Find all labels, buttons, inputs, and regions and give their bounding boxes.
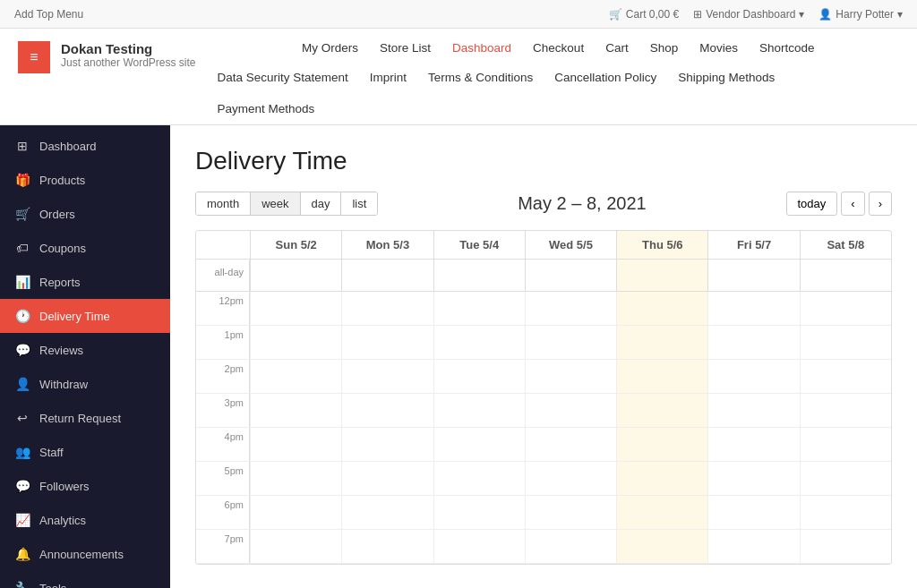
sidebar-item-delivery-time[interactable]: 🕐 Delivery Time: [0, 299, 170, 333]
list-view-btn[interactable]: list: [341, 192, 377, 215]
nav-data-security[interactable]: Data Security Statement: [218, 71, 348, 84]
nav-cart[interactable]: Cart: [605, 41, 629, 55]
cell-7pm-wed[interactable]: [525, 530, 616, 563]
next-button[interactable]: ›: [869, 192, 892, 216]
cell-5pm-thu[interactable]: [616, 462, 707, 495]
cell-7pm-sat[interactable]: [800, 530, 891, 563]
cell-7pm-tue[interactable]: [433, 530, 525, 563]
sidebar-item-orders[interactable]: 🛒 Orders: [0, 197, 170, 231]
nav-cancellation[interactable]: Cancellation Policy: [554, 71, 656, 84]
sidebar-item-reports[interactable]: 📊 Reports: [0, 265, 170, 299]
nav-movies[interactable]: Movies: [699, 41, 738, 55]
cell-12pm-thu[interactable]: [616, 292, 707, 325]
cell-4pm-thu[interactable]: [616, 428, 707, 461]
cell-2pm-mon[interactable]: [341, 360, 433, 393]
cell-2pm-wed[interactable]: [525, 360, 616, 393]
cell-6pm-sun[interactable]: [250, 496, 341, 529]
sidebar-item-withdraw[interactable]: 👤 Withdraw: [0, 367, 170, 401]
cell-1pm-mon[interactable]: [341, 326, 433, 359]
nav-shop[interactable]: Shop: [650, 41, 679, 55]
cell-7pm-fri[interactable]: [707, 530, 799, 563]
cell-4pm-fri[interactable]: [707, 428, 799, 461]
nav-my-orders[interactable]: My Orders: [302, 41, 358, 55]
allday-thu[interactable]: [616, 260, 707, 291]
sidebar-item-coupons[interactable]: 🏷 Coupons: [0, 231, 170, 265]
day-view-btn[interactable]: day: [301, 192, 342, 215]
cell-5pm-wed[interactable]: [525, 462, 616, 495]
sidebar-item-products[interactable]: 🎁 Products: [0, 163, 170, 197]
cell-7pm-thu[interactable]: [616, 530, 707, 563]
cell-2pm-tue[interactable]: [433, 360, 525, 393]
cell-5pm-sat[interactable]: [800, 462, 891, 495]
sidebar-item-analytics[interactable]: 📈 Analytics: [0, 503, 170, 537]
cell-4pm-wed[interactable]: [525, 428, 616, 461]
nav-dashboard[interactable]: Dashboard: [452, 41, 511, 55]
sidebar-item-reviews[interactable]: 💬 Reviews: [0, 333, 170, 367]
cell-3pm-tue[interactable]: [433, 394, 525, 427]
cell-2pm-sat[interactable]: [800, 360, 891, 393]
cell-1pm-sun[interactable]: [250, 326, 341, 359]
nav-shipping[interactable]: Shipping Methods: [678, 71, 775, 84]
cell-12pm-tue[interactable]: [433, 292, 525, 325]
nav-store-list[interactable]: Store List: [380, 41, 431, 55]
cell-12pm-mon[interactable]: [341, 292, 433, 325]
cell-2pm-fri[interactable]: [707, 360, 799, 393]
cell-4pm-tue[interactable]: [433, 428, 525, 461]
allday-tue[interactable]: [433, 260, 525, 291]
allday-fri[interactable]: [707, 260, 799, 291]
cell-5pm-tue[interactable]: [433, 462, 525, 495]
cell-12pm-wed[interactable]: [525, 292, 616, 325]
nav-terms[interactable]: Terms & Conditions: [428, 71, 533, 84]
cell-6pm-tue[interactable]: [433, 496, 525, 529]
today-button[interactable]: today: [786, 192, 838, 216]
allday-sat[interactable]: [800, 260, 891, 291]
month-view-btn[interactable]: month: [196, 192, 251, 215]
allday-mon[interactable]: [341, 260, 433, 291]
cell-5pm-mon[interactable]: [341, 462, 433, 495]
cell-3pm-wed[interactable]: [525, 394, 616, 427]
cell-3pm-sat[interactable]: [800, 394, 891, 427]
allday-sun[interactable]: [250, 260, 341, 291]
cell-4pm-sat[interactable]: [800, 428, 891, 461]
cell-6pm-fri[interactable]: [707, 496, 799, 529]
cell-6pm-sat[interactable]: [800, 496, 891, 529]
nav-payment[interactable]: Payment Methods: [218, 102, 315, 115]
sidebar-item-dashboard[interactable]: ⊞ Dashboard: [0, 129, 170, 163]
sidebar-item-staff[interactable]: 👥 Staff: [0, 435, 170, 469]
cell-2pm-sun[interactable]: [250, 360, 341, 393]
sidebar-item-tools[interactable]: 🔧 Tools: [0, 571, 170, 588]
cell-1pm-thu[interactable]: [616, 326, 707, 359]
cell-7pm-mon[interactable]: [341, 530, 433, 563]
add-top-menu[interactable]: Add Top Menu: [14, 8, 83, 21]
nav-shortcode[interactable]: Shortcode: [759, 41, 815, 55]
cell-1pm-fri[interactable]: [707, 326, 799, 359]
cell-12pm-sun[interactable]: [250, 292, 341, 325]
allday-wed[interactable]: [525, 260, 616, 291]
week-view-btn[interactable]: week: [251, 192, 300, 215]
cell-12pm-fri[interactable]: [707, 292, 799, 325]
cell-7pm-sun[interactable]: [250, 530, 341, 563]
cell-6pm-thu[interactable]: [616, 496, 707, 529]
cell-4pm-sun[interactable]: [250, 428, 341, 461]
cell-3pm-sun[interactable]: [250, 394, 341, 427]
cell-1pm-wed[interactable]: [525, 326, 616, 359]
cell-12pm-sat[interactable]: [800, 292, 891, 325]
nav-imprint[interactable]: Imprint: [370, 71, 407, 84]
sidebar-item-return-request[interactable]: ↩ Return Request: [0, 401, 170, 435]
cell-3pm-thu[interactable]: [616, 394, 707, 427]
cell-2pm-thu[interactable]: [616, 360, 707, 393]
sidebar-item-followers[interactable]: 💬 Followers: [0, 469, 170, 503]
prev-button[interactable]: ‹: [841, 192, 864, 216]
vendor-dashboard-link[interactable]: ⊞ Vendor Dashboard ▾: [693, 8, 804, 21]
cell-4pm-mon[interactable]: [341, 428, 433, 461]
cell-6pm-mon[interactable]: [341, 496, 433, 529]
nav-checkout[interactable]: Checkout: [533, 41, 584, 55]
cart-link[interactable]: 🛒 Cart 0,00 €: [609, 8, 679, 21]
cell-1pm-sat[interactable]: [800, 326, 891, 359]
cell-5pm-fri[interactable]: [707, 462, 799, 495]
cell-1pm-tue[interactable]: [433, 326, 525, 359]
cell-6pm-wed[interactable]: [525, 496, 616, 529]
cell-5pm-sun[interactable]: [250, 462, 341, 495]
sidebar-item-announcements[interactable]: 🔔 Announcements: [0, 537, 170, 571]
cell-3pm-fri[interactable]: [707, 394, 799, 427]
